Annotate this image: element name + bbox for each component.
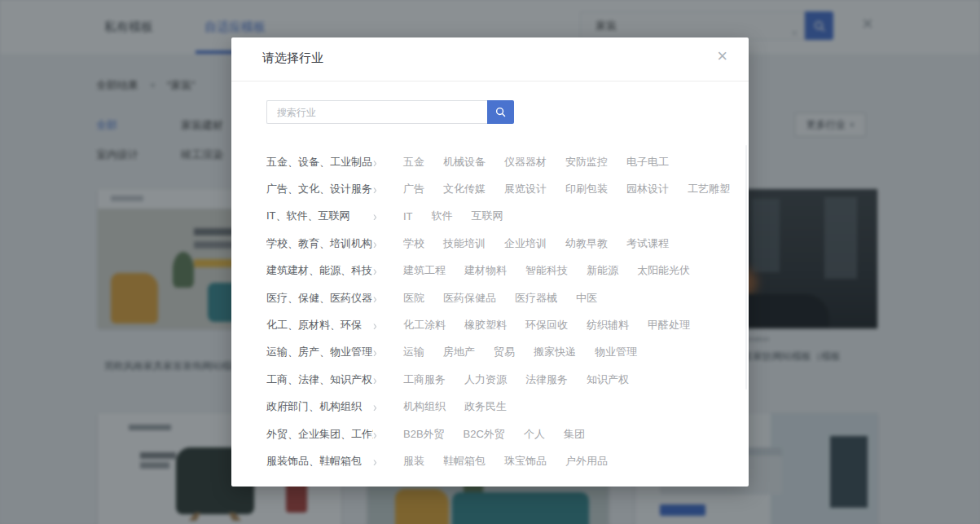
industry-category-label[interactable]: 运输、房产、物业管理 — [266, 345, 373, 359]
industry-sub-list: 机构组织政务民生 — [403, 399, 525, 414]
industry-sub-item[interactable]: IT — [403, 210, 413, 222]
industry-row: IT、软件、互联网›IT软件互联网 — [231, 203, 749, 230]
industry-category[interactable]: 外贸、企业集团、工作室› — [266, 427, 403, 442]
industry-sub-item[interactable]: 房地产 — [443, 345, 475, 359]
industry-sub-item[interactable]: 集团 — [564, 427, 585, 442]
industry-category-label[interactable]: 工商、法律、知识产权 — [266, 372, 373, 387]
industry-sub-item[interactable]: 医药保健品 — [443, 291, 496, 306]
industry-sub-item[interactable]: 仪器器材 — [504, 155, 547, 170]
industry-sub-item[interactable]: 政务民生 — [464, 399, 507, 414]
industry-sub-item[interactable]: 搬家快递 — [534, 345, 576, 359]
industry-sub-item[interactable]: 印刷包装 — [565, 182, 608, 196]
industry-category[interactable]: 政府部门、机构组织› — [266, 399, 403, 414]
chevron-right-icon: › — [373, 318, 377, 332]
industry-search-input[interactable] — [266, 100, 487, 124]
industry-sub-item[interactable]: 智能科技 — [525, 263, 568, 278]
industry-sub-item[interactable]: 甲醛处理 — [648, 318, 690, 332]
industry-sub-item[interactable]: 法律服务 — [525, 372, 568, 387]
industry-category-label[interactable]: 政府部门、机构组织 — [266, 399, 373, 414]
industry-picker-modal: 请选择行业 × 五金、设备、工业制品›五金机械设备仪器器材安防监控电子电工广告、… — [231, 37, 749, 487]
industry-category[interactable]: 广告、文化、设计服务› — [266, 182, 403, 196]
industry-category-label[interactable]: 医疗、保健、医药仪器 — [266, 291, 373, 306]
industry-row: 建筑建材、能源、科技›建筑工程建材物料智能科技新能源太阳能光伏 — [231, 258, 749, 284]
industry-sub-item[interactable]: 人力资源 — [464, 372, 507, 387]
industry-category[interactable]: 化工、原材料、环保› — [266, 318, 403, 332]
chevron-right-icon: › — [373, 209, 377, 223]
industry-row: 化工、原材料、环保›化工涂料橡胶塑料环保回收纺织辅料甲醛处理 — [231, 311, 749, 338]
industry-sub-item[interactable]: 企业培训 — [504, 236, 547, 251]
chevron-right-icon: › — [373, 290, 377, 305]
industry-sub-item[interactable]: 文化传媒 — [443, 182, 486, 196]
industry-category-label[interactable]: 化工、原材料、环保 — [266, 318, 373, 332]
industry-category-label[interactable]: 广告、文化、设计服务 — [266, 182, 373, 196]
scrollbar[interactable] — [745, 145, 747, 390]
industry-category-label[interactable]: 学校、教育、培训机构 — [266, 236, 373, 251]
industry-category[interactable]: IT、软件、互联网› — [266, 209, 403, 223]
industry-sub-item[interactable]: 医院 — [403, 291, 424, 306]
industry-sub-item[interactable]: 环保回收 — [525, 318, 568, 332]
industry-sub-item[interactable]: 珠宝饰品 — [504, 454, 547, 469]
industry-sub-item[interactable]: 广告 — [403, 182, 424, 196]
industry-sub-item[interactable]: 太阳能光伏 — [637, 263, 690, 278]
industry-sub-item[interactable]: 机构组织 — [403, 399, 446, 414]
modal-title: 请选择行业 — [262, 51, 323, 66]
industry-category[interactable]: 学校、教育、培训机构› — [266, 236, 403, 251]
industry-category-label[interactable]: IT、软件、互联网 — [266, 209, 373, 223]
industry-row: 五金、设备、工业制品›五金机械设备仪器器材安防监控电子电工 — [231, 148, 749, 175]
industry-category[interactable]: 医疗、保健、医药仪器› — [266, 291, 403, 306]
industry-sub-item[interactable]: 工商服务 — [403, 372, 446, 387]
industry-sub-item[interactable]: 个人 — [524, 427, 545, 442]
industry-sub-item[interactable]: 机械设备 — [443, 155, 486, 170]
industry-sub-item[interactable]: 安防监控 — [565, 155, 608, 170]
industry-sub-item[interactable]: 知识产权 — [587, 372, 629, 387]
industry-sub-item[interactable]: 鞋帽箱包 — [443, 454, 486, 469]
industry-search-button[interactable] — [487, 100, 514, 124]
industry-sub-item[interactable]: 贸易 — [494, 345, 515, 359]
industry-sub-item[interactable]: 展览设计 — [504, 182, 547, 196]
industry-sub-item[interactable]: 学校 — [403, 236, 424, 251]
industry-sub-item[interactable]: 橡胶塑料 — [464, 318, 507, 332]
industry-sub-item[interactable]: 互联网 — [472, 209, 503, 223]
industry-sub-item[interactable]: 新能源 — [587, 263, 618, 278]
industry-sub-item[interactable]: 考试课程 — [626, 236, 669, 251]
industry-category-label[interactable]: 五金、设备、工业制品 — [266, 155, 373, 170]
industry-category[interactable]: 工商、法律、知识产权› — [266, 372, 403, 387]
industry-category-label[interactable]: 外贸、企业集团、工作室 — [266, 427, 373, 442]
industry-sub-item[interactable]: 电子电工 — [626, 155, 669, 170]
industry-sub-item[interactable]: 幼教早教 — [565, 236, 608, 251]
industry-sub-item[interactable]: 建筑工程 — [403, 263, 446, 278]
industry-category-label[interactable]: 建筑建材、能源、科技 — [266, 263, 373, 278]
close-icon[interactable]: × — [717, 47, 727, 65]
industry-sub-item[interactable]: B2C外贸 — [464, 427, 505, 442]
industry-row: 工商、法律、知识产权›工商服务人力资源法律服务知识产权 — [231, 366, 749, 393]
industry-sub-item[interactable]: 户外用品 — [565, 454, 608, 469]
chevron-right-icon: › — [373, 372, 377, 387]
industry-sub-item[interactable]: 园林设计 — [626, 182, 669, 196]
industry-row: 服装饰品、鞋帽箱包›服装鞋帽箱包珠宝饰品户外用品 — [231, 447, 749, 474]
industry-sub-item[interactable]: 建材物料 — [464, 263, 507, 278]
industry-sub-item[interactable]: 中医 — [576, 291, 597, 306]
industry-category-label[interactable]: 服装饰品、鞋帽箱包 — [266, 454, 373, 469]
industry-category[interactable]: 建筑建材、能源、科技› — [266, 263, 403, 278]
industry-sub-item[interactable]: B2B外贸 — [403, 427, 445, 442]
industry-category[interactable]: 运输、房产、物业管理› — [266, 345, 403, 359]
industry-row: 外贸、企业集团、工作室›B2B外贸B2C外贸个人集团 — [231, 421, 749, 447]
screen: 私有模板自适应模板 家装 × × 全部结果 × “家装” — [0, 0, 980, 524]
industry-sub-item[interactable]: 技能培训 — [443, 236, 486, 251]
industry-category[interactable]: 五金、设备、工业制品› — [266, 155, 403, 170]
industry-sub-item[interactable]: 软件 — [432, 209, 453, 223]
industry-sub-item[interactable]: 纺织辅料 — [587, 318, 629, 332]
industry-sub-item[interactable]: 运输 — [403, 345, 424, 359]
chevron-right-icon: › — [373, 345, 377, 359]
chevron-right-icon: › — [373, 263, 377, 278]
industry-sub-item[interactable]: 医疗器械 — [515, 291, 557, 306]
industry-sub-item[interactable]: 化工涂料 — [403, 318, 446, 332]
industry-sub-item[interactable]: 五金 — [403, 155, 424, 170]
industry-sub-item[interactable]: 服装 — [403, 454, 424, 469]
industry-sub-item[interactable]: 工艺雕塑 — [688, 182, 730, 196]
industry-sub-item[interactable]: 物业管理 — [595, 345, 637, 359]
industry-row: 运输、房产、物业管理›运输房地产贸易搬家快递物业管理 — [231, 339, 749, 366]
industry-category[interactable]: 服装饰品、鞋帽箱包› — [266, 454, 403, 469]
chevron-right-icon: › — [373, 426, 377, 441]
chevron-right-icon: › — [373, 182, 377, 196]
